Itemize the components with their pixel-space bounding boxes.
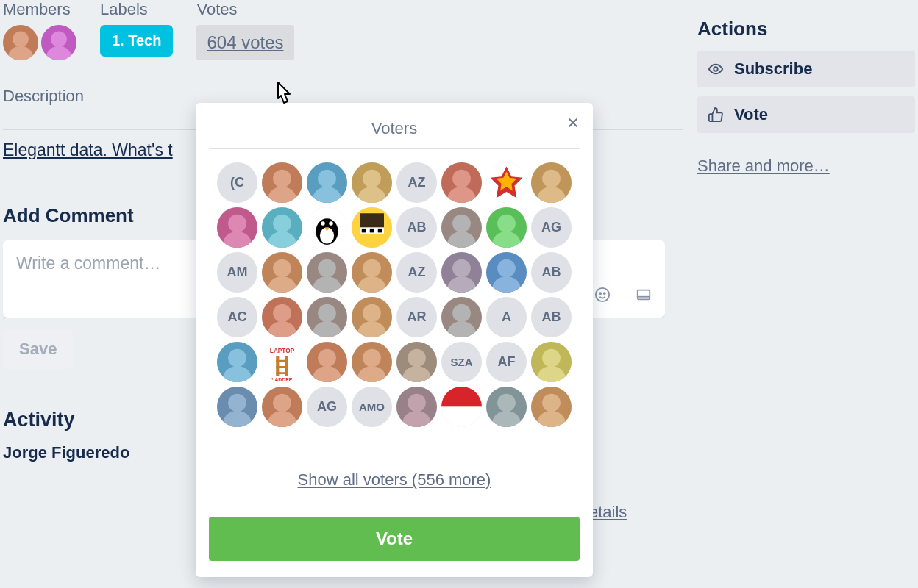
- voter-avatar[interactable]: [307, 252, 347, 293]
- vote-button[interactable]: Vote: [697, 96, 915, 133]
- voter-avatar[interactable]: AM: [217, 252, 257, 293]
- votes-chip[interactable]: 604 votes: [196, 25, 293, 60]
- voter-avatar[interactable]: [486, 387, 527, 427]
- voter-avatar[interactable]: [217, 387, 257, 427]
- member-avatar[interactable]: [3, 25, 38, 60]
- card-icon[interactable]: [636, 287, 652, 307]
- voter-avatar[interactable]: [262, 207, 302, 248]
- svg-rect-116: [441, 407, 482, 428]
- svg-point-121: [542, 394, 561, 412]
- svg-point-66: [452, 259, 471, 278]
- voter-avatar[interactable]: AZ: [396, 252, 437, 293]
- voter-avatar[interactable]: AG: [307, 387, 347, 427]
- voter-avatar[interactable]: AC: [217, 297, 257, 337]
- svg-point-118: [497, 394, 516, 412]
- voter-avatar[interactable]: [352, 297, 392, 337]
- svg-point-95: [318, 349, 336, 368]
- svg-rect-45: [360, 213, 384, 227]
- voter-avatar[interactable]: [531, 162, 572, 203]
- svg-point-60: [318, 259, 336, 278]
- voter-avatar[interactable]: [307, 162, 347, 203]
- save-button[interactable]: Save: [3, 329, 73, 369]
- voter-avatar[interactable]: AB: [396, 207, 437, 248]
- voter-avatar[interactable]: [486, 252, 527, 293]
- divider: [209, 448, 580, 448]
- share-link[interactable]: Share and more…: [697, 157, 915, 176]
- voter-avatar[interactable]: [307, 342, 347, 382]
- svg-point-30: [542, 170, 561, 188]
- voter-avatar[interactable]: [217, 207, 257, 248]
- subscribe-button[interactable]: Subscribe: [697, 51, 915, 87]
- voter-avatar[interactable]: AB: [531, 252, 572, 293]
- voter-avatar[interactable]: [262, 297, 302, 337]
- svg-point-6: [596, 288, 609, 301]
- label-chip-tech[interactable]: 1. Tech: [100, 25, 173, 57]
- show-all-voters-link[interactable]: Show all voters (556 more): [209, 470, 580, 490]
- voter-avatar[interactable]: [486, 207, 527, 248]
- svg-point-4: [51, 31, 67, 47]
- labels-label: Labels: [100, 0, 173, 19]
- voter-avatar[interactable]: [262, 162, 302, 203]
- details-link-fragment[interactable]: etails: [589, 503, 627, 522]
- voter-avatar[interactable]: AMO: [352, 387, 392, 427]
- voter-avatar[interactable]: [441, 162, 482, 203]
- voter-avatar[interactable]: [531, 342, 572, 382]
- voter-avatar[interactable]: [396, 387, 437, 427]
- svg-rect-49: [378, 229, 382, 233]
- svg-point-101: [408, 349, 426, 368]
- voter-avatar[interactable]: LAPTOPLADDER: [262, 342, 302, 382]
- voter-avatar[interactable]: [396, 342, 437, 382]
- voter-avatar[interactable]: AR: [396, 297, 437, 337]
- voter-avatar[interactable]: [486, 162, 527, 203]
- svg-point-18: [318, 170, 336, 188]
- voters-title: Voters: [209, 119, 580, 138]
- voter-avatar[interactable]: [352, 207, 392, 248]
- svg-text:LAPTOP: LAPTOP: [270, 348, 295, 354]
- svg-point-7: [599, 293, 601, 294]
- thumbs-up-icon: [708, 107, 724, 123]
- divider: [209, 503, 580, 503]
- voter-avatar[interactable]: A: [486, 297, 527, 337]
- close-icon[interactable]: [566, 115, 580, 134]
- svg-point-84: [228, 349, 246, 368]
- voter-avatar[interactable]: [441, 297, 482, 337]
- voter-avatar[interactable]: [441, 387, 482, 427]
- svg-point-63: [363, 259, 381, 278]
- voter-avatar[interactable]: [217, 342, 257, 382]
- emoji-icon[interactable]: [594, 287, 611, 307]
- svg-rect-115: [441, 387, 482, 407]
- voter-avatar[interactable]: AB: [531, 297, 572, 337]
- divider: [209, 148, 580, 149]
- voter-avatar[interactable]: [262, 387, 302, 427]
- svg-rect-48: [370, 229, 374, 233]
- svg-point-81: [452, 304, 471, 323]
- voter-avatar[interactable]: AZ: [396, 162, 437, 203]
- svg-point-104: [542, 349, 561, 368]
- voter-avatar[interactable]: [441, 207, 482, 248]
- voter-avatar[interactable]: [352, 342, 392, 382]
- voter-avatar[interactable]: AG: [531, 207, 572, 248]
- voter-avatar[interactable]: [531, 387, 572, 427]
- svg-point-107: [228, 394, 246, 412]
- svg-rect-47: [362, 229, 366, 233]
- voter-avatar[interactable]: [352, 162, 392, 203]
- voter-avatar[interactable]: [262, 252, 302, 293]
- svg-point-69: [497, 259, 516, 278]
- member-avatar[interactable]: [41, 25, 76, 60]
- voter-avatar[interactable]: [441, 252, 482, 293]
- svg-point-21: [363, 170, 381, 188]
- subscribe-label: Subscribe: [734, 60, 812, 79]
- svg-rect-9: [638, 290, 650, 300]
- voter-avatar[interactable]: [352, 252, 392, 293]
- voter-avatar[interactable]: SZA: [441, 342, 482, 382]
- voter-avatar[interactable]: [307, 297, 347, 337]
- voter-avatar[interactable]: [307, 207, 347, 248]
- svg-point-54: [497, 215, 516, 233]
- svg-point-41: [321, 221, 325, 226]
- svg-rect-92: [276, 372, 288, 374]
- voter-grid: (CAZABAGAMAZABACARAABLAPTOPLADDERSZAAFAG…: [209, 162, 580, 427]
- svg-point-110: [273, 394, 291, 412]
- voter-avatar[interactable]: (C: [217, 162, 257, 203]
- vote-submit-button[interactable]: Vote: [209, 517, 580, 561]
- voter-avatar[interactable]: AF: [486, 342, 527, 382]
